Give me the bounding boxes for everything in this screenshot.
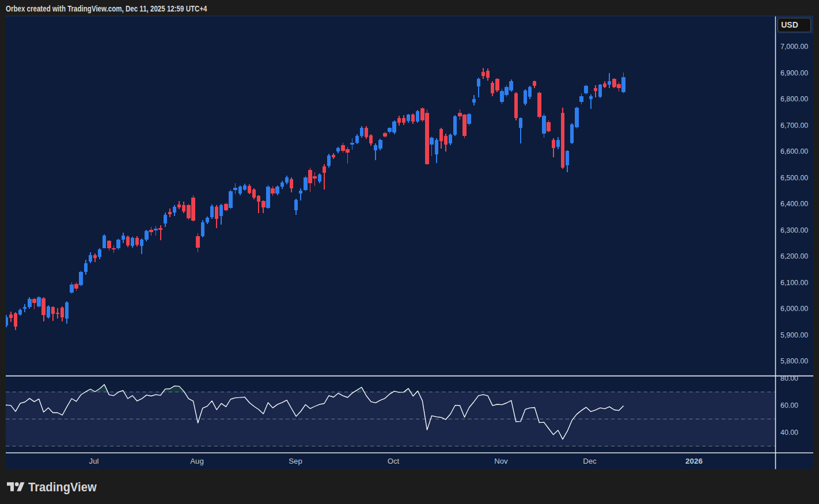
svg-text:6,700.00: 6,700.00 xyxy=(780,122,808,130)
svg-text:Nov: Nov xyxy=(494,457,508,465)
svg-text:Dec: Dec xyxy=(583,457,597,465)
svg-text:6,100.00: 6,100.00 xyxy=(780,279,808,287)
svg-text:5,900.00: 5,900.00 xyxy=(780,331,808,339)
svg-text:6,400.00: 6,400.00 xyxy=(780,200,808,208)
svg-text:USD: USD xyxy=(781,20,798,29)
svg-text:6,300.00: 6,300.00 xyxy=(780,226,808,234)
svg-text:Oct: Oct xyxy=(388,457,400,465)
svg-text:Aug: Aug xyxy=(190,457,203,465)
svg-text:6,500.00: 6,500.00 xyxy=(780,174,808,182)
svg-text:2026: 2026 xyxy=(685,457,703,465)
svg-text:6,600.00: 6,600.00 xyxy=(780,147,808,156)
svg-text:6,200.00: 6,200.00 xyxy=(780,252,808,260)
svg-text:Jul: Jul xyxy=(89,457,99,465)
svg-text:6,900.00: 6,900.00 xyxy=(780,69,808,77)
svg-text:Sep: Sep xyxy=(289,457,302,465)
svg-text:7,000.00: 7,000.00 xyxy=(780,43,808,51)
svg-text:80.00: 80.00 xyxy=(780,374,798,382)
svg-text:5,800.00: 5,800.00 xyxy=(780,357,808,365)
svg-text:6,800.00: 6,800.00 xyxy=(780,95,808,103)
svg-text:40.00: 40.00 xyxy=(780,429,798,437)
svg-text:6,000.00: 6,000.00 xyxy=(780,305,808,313)
svg-text:60.00: 60.00 xyxy=(780,401,798,410)
